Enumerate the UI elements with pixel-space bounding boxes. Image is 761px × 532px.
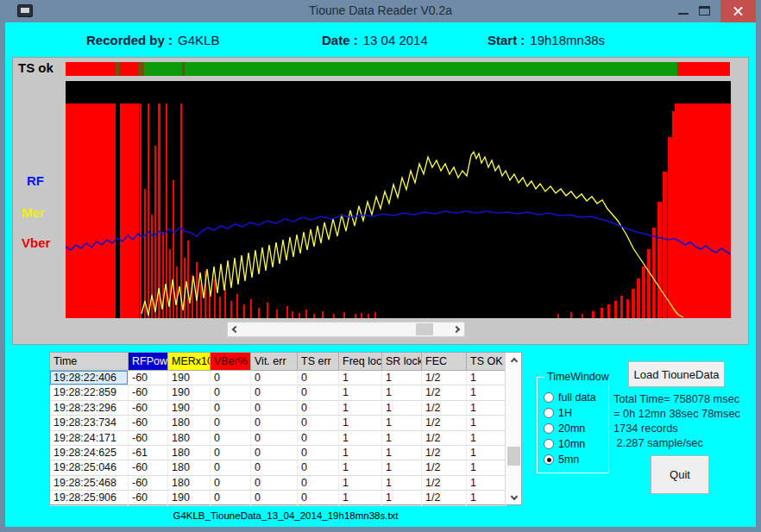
- table-cell[interactable]: 180: [168, 460, 211, 475]
- table-cell[interactable]: 0: [251, 371, 298, 385]
- table-cell[interactable]: 1: [382, 416, 422, 430]
- data-grid[interactable]: TimeRFPowerMERx10VBer%Vit. errTS errFreq…: [49, 352, 522, 505]
- table-cell[interactable]: 19:28:22:859: [50, 385, 129, 400]
- column-header[interactable]: SR lock: [382, 353, 422, 371]
- table-cell[interactable]: 1/2: [422, 416, 467, 430]
- table-cell[interactable]: 1: [382, 401, 422, 416]
- table-cell[interactable]: 190: [168, 491, 211, 505]
- table-cell[interactable]: 1: [382, 460, 422, 475]
- table-cell[interactable]: 1: [467, 371, 506, 385]
- table-cell[interactable]: -60: [129, 431, 168, 446]
- table-cell[interactable]: 1: [382, 446, 422, 460]
- table-cell[interactable]: 19:28:24:625: [50, 446, 129, 460]
- column-header[interactable]: TS OK: [467, 353, 506, 371]
- vscroll-thumb[interactable]: [507, 447, 520, 466]
- table-cell[interactable]: 0: [298, 446, 339, 460]
- table-cell[interactable]: -60: [129, 476, 168, 491]
- table-cell[interactable]: 0: [298, 491, 339, 505]
- column-header[interactable]: VBer%: [211, 353, 251, 371]
- table-cell[interactable]: 0: [298, 460, 339, 475]
- table-cell[interactable]: 1/2: [422, 446, 467, 460]
- table-cell[interactable]: 1: [339, 446, 382, 460]
- table-cell[interactable]: 1: [339, 385, 382, 400]
- table-cell[interactable]: 0: [251, 446, 298, 460]
- scroll-down-arrow[interactable]: [506, 491, 522, 504]
- table-cell[interactable]: 1: [339, 431, 382, 446]
- table-cell[interactable]: 1: [339, 371, 382, 385]
- table-cell[interactable]: 1: [339, 460, 382, 475]
- table-cell[interactable]: 19:28:22:406: [50, 371, 129, 385]
- table-cell[interactable]: 0: [211, 401, 251, 416]
- quit-button[interactable]: Quit: [651, 455, 709, 494]
- table-cell[interactable]: 0: [298, 371, 339, 385]
- chart-hscrollbar[interactable]: [227, 322, 465, 337]
- table-cell[interactable]: -60: [129, 385, 168, 400]
- load-tiounedata-button[interactable]: Load TiouneData: [628, 361, 725, 387]
- table-cell[interactable]: 19:28:25:046: [50, 460, 129, 475]
- table-cell[interactable]: 1: [339, 416, 382, 430]
- table-cell[interactable]: 0: [298, 416, 339, 430]
- table-cell[interactable]: 0: [211, 431, 251, 446]
- table-cell[interactable]: 1: [339, 476, 382, 491]
- table-cell[interactable]: 1/2: [422, 431, 467, 446]
- grid-vscrollbar[interactable]: [505, 353, 521, 504]
- column-header[interactable]: MERx10: [168, 353, 211, 371]
- table-cell[interactable]: 1/2: [422, 385, 467, 400]
- table-cell[interactable]: 1/2: [422, 460, 467, 475]
- table-cell[interactable]: 19:28:23:296: [50, 401, 129, 416]
- table-cell[interactable]: 1: [467, 401, 506, 416]
- table-cell[interactable]: 0: [211, 491, 251, 505]
- hscroll-thumb[interactable]: [416, 323, 433, 335]
- table-cell[interactable]: 1: [467, 431, 506, 446]
- table-cell[interactable]: -60: [129, 416, 168, 430]
- column-header[interactable]: RFPower: [129, 353, 168, 371]
- table-cell[interactable]: 190: [168, 401, 211, 416]
- table-cell[interactable]: 0: [211, 446, 251, 460]
- table-cell[interactable]: 19:28:25:906: [50, 491, 129, 505]
- table-cell[interactable]: 1: [467, 385, 506, 400]
- table-cell[interactable]: 0: [251, 416, 298, 430]
- table-cell[interactable]: 180: [168, 431, 211, 446]
- minimize-button[interactable]: [675, 0, 694, 22]
- table-cell[interactable]: 19:28:24:171: [50, 431, 129, 446]
- title-bar[interactable]: Tioune Data Reader V0.2a: [0, 0, 761, 22]
- table-cell[interactable]: 1: [467, 460, 506, 475]
- table-cell[interactable]: 0: [251, 401, 298, 416]
- scroll-up-arrow[interactable]: [506, 353, 522, 366]
- table-cell[interactable]: 1: [382, 385, 422, 400]
- table-cell[interactable]: 180: [168, 476, 211, 491]
- scroll-right-arrow[interactable]: [450, 322, 464, 336]
- table-cell[interactable]: 19:28:23:734: [50, 416, 129, 430]
- table-cell[interactable]: 0: [298, 401, 339, 416]
- maximize-button[interactable]: [695, 0, 714, 22]
- table-cell[interactable]: 0: [251, 385, 298, 400]
- table-cell[interactable]: 1/2: [422, 371, 467, 385]
- table-cell[interactable]: 0: [251, 460, 298, 475]
- table-cell[interactable]: -60: [129, 491, 168, 505]
- table-cell[interactable]: 0: [298, 476, 339, 491]
- table-cell[interactable]: 0: [211, 460, 251, 475]
- timewindow-option[interactable]: full data: [544, 390, 596, 405]
- table-cell[interactable]: 1: [467, 416, 506, 430]
- table-cell[interactable]: 0: [211, 476, 251, 491]
- table-cell[interactable]: 0: [251, 491, 298, 505]
- table-cell[interactable]: 1: [382, 491, 422, 505]
- table-cell[interactable]: 0: [211, 416, 251, 430]
- table-cell[interactable]: 1/2: [422, 476, 467, 491]
- table-cell[interactable]: 1: [382, 476, 422, 491]
- table-cell[interactable]: 0: [251, 476, 298, 491]
- table-cell[interactable]: 190: [168, 371, 211, 385]
- column-header[interactable]: Vit. err: [251, 353, 298, 371]
- table-cell[interactable]: -60: [129, 401, 168, 416]
- timewindow-option[interactable]: 10mn: [544, 436, 596, 452]
- table-cell[interactable]: 0: [298, 385, 339, 400]
- table-cell[interactable]: 0: [251, 431, 298, 446]
- table-cell[interactable]: 1: [467, 446, 506, 460]
- column-header[interactable]: Freq lock: [339, 353, 382, 371]
- table-cell[interactable]: 1: [339, 491, 382, 505]
- table-cell[interactable]: 1: [382, 371, 422, 385]
- table-cell[interactable]: 1: [467, 491, 506, 505]
- table-cell[interactable]: 1: [467, 476, 506, 491]
- table-cell[interactable]: 180: [168, 416, 211, 430]
- table-cell[interactable]: 0: [211, 371, 251, 385]
